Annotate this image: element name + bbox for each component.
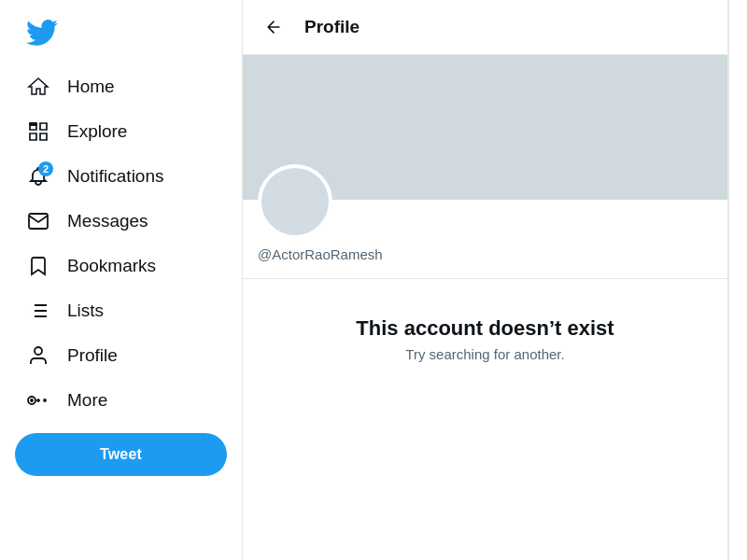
sidebar-item-messages[interactable]: Messages — [15, 200, 227, 243]
sidebar-item-label: Bookmarks — [67, 256, 156, 276]
lists-icon — [26, 299, 50, 323]
notification-badge: 2 — [38, 161, 53, 176]
explore-icon — [26, 119, 50, 144]
main-content: Profile @ActorRaoRamesh This account doe… — [243, 0, 728, 560]
svg-point-2 — [31, 399, 33, 401]
svg-point-1 — [35, 347, 42, 355]
more-icon — [26, 388, 50, 413]
not-exist-title: This account doesn’t exist — [356, 316, 613, 341]
bookmark-icon — [26, 254, 50, 278]
sidebar-item-more[interactable]: More — [15, 379, 227, 422]
sidebar-item-lists[interactable]: Lists — [15, 289, 227, 332]
twitter-logo[interactable] — [15, 7, 227, 62]
sidebar-item-home[interactable]: Home — [15, 65, 227, 108]
sidebar-item-profile[interactable]: Profile — [15, 334, 227, 377]
svg-point-4 — [44, 399, 46, 401]
sidebar-item-label: Messages — [67, 211, 148, 231]
sidebar: Home Explore 2 Notifications Messages Bo… — [0, 0, 243, 560]
sidebar-item-label: Profile — [67, 345, 118, 366]
sidebar-item-label: Home — [67, 77, 115, 97]
username: @ActorRaoRamesh — [258, 246, 383, 262]
page-title: Profile — [304, 17, 359, 37]
not-exist-subtitle: Try searching for another. — [405, 346, 564, 362]
not-exist-section: This account doesn’t exist Try searching… — [243, 279, 727, 399]
sidebar-item-explore[interactable]: Explore — [15, 110, 227, 153]
sidebar-item-label: Lists — [67, 301, 104, 321]
sidebar-item-label: Notifications — [67, 166, 164, 187]
person-icon — [26, 343, 50, 368]
svg-point-3 — [37, 399, 39, 401]
home-icon — [26, 75, 50, 99]
right-panel — [728, 0, 747, 560]
back-button[interactable] — [258, 11, 289, 43]
avatar — [258, 164, 332, 239]
sidebar-item-notifications[interactable]: 2 Notifications — [15, 155, 227, 198]
mail-icon — [26, 209, 50, 233]
profile-banner — [243, 55, 727, 200]
sidebar-item-label: More — [67, 390, 107, 411]
sidebar-item-bookmarks[interactable]: Bookmarks — [15, 245, 227, 287]
tweet-button[interactable]: Tweet — [15, 433, 227, 476]
sidebar-item-label: Explore — [67, 121, 127, 142]
bell-icon: 2 — [26, 164, 50, 189]
profile-header: Profile — [243, 0, 727, 55]
